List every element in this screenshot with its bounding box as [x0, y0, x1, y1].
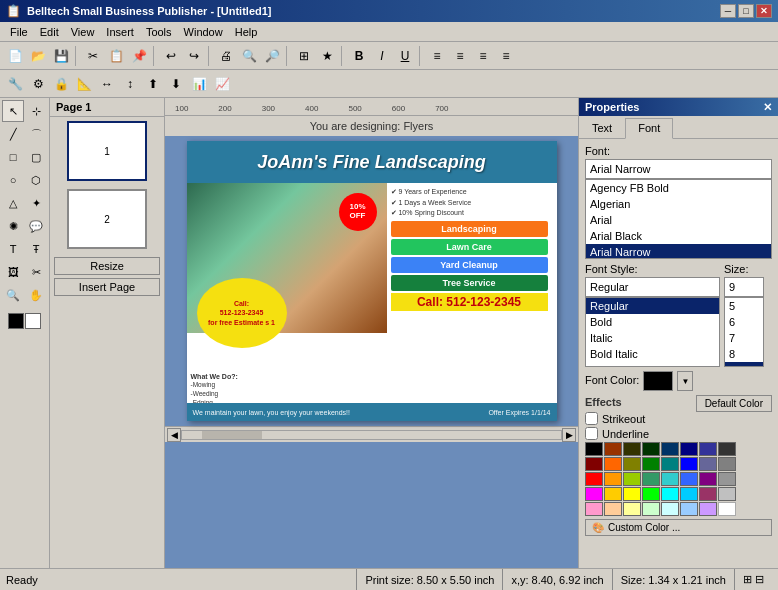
- scroll-left-btn[interactable]: ◀: [167, 428, 181, 442]
- size-input[interactable]: [724, 277, 764, 297]
- new-button[interactable]: 📄: [4, 45, 26, 67]
- swatch-light-gray[interactable]: [718, 472, 736, 486]
- custom-color-button[interactable]: 🎨 Custom Color ...: [585, 519, 772, 536]
- style-bold-italic[interactable]: Bold Italic: [586, 346, 719, 362]
- swatch-green[interactable]: [642, 457, 660, 471]
- redo-button[interactable]: ↪: [183, 45, 205, 67]
- scroll-right-btn[interactable]: ▶: [562, 428, 576, 442]
- page-thumb-2[interactable]: 2: [67, 189, 147, 249]
- menu-insert[interactable]: Insert: [100, 24, 140, 40]
- image-tool[interactable]: 🖼: [2, 261, 24, 283]
- swatch-lime[interactable]: [642, 487, 660, 501]
- swatch-cornflower[interactable]: [680, 472, 698, 486]
- swatch-dark-green[interactable]: [642, 442, 660, 456]
- tb2-btn4[interactable]: 📐: [73, 73, 95, 95]
- menu-edit[interactable]: Edit: [34, 24, 65, 40]
- swatch-light-green[interactable]: [642, 502, 660, 516]
- tb2-btn6[interactable]: ↕: [119, 73, 141, 95]
- cut-button[interactable]: ✂: [82, 45, 104, 67]
- swatch-amber[interactable]: [604, 472, 622, 486]
- font-item-arial[interactable]: Arial: [586, 212, 771, 228]
- font-item-agency[interactable]: Agency FB Bold: [586, 180, 771, 196]
- size-6[interactable]: 6: [725, 314, 763, 330]
- font-item-arial-black[interactable]: Arial Black: [586, 228, 771, 244]
- tb2-btn3[interactable]: 🔒: [50, 73, 72, 95]
- swatch-yellow-green[interactable]: [623, 472, 641, 486]
- star-tool[interactable]: ✦: [25, 192, 47, 214]
- page-thumb-1[interactable]: 1: [67, 121, 147, 181]
- size-7[interactable]: 7: [725, 330, 763, 346]
- rect-tool[interactable]: □: [2, 146, 24, 168]
- swatch-very-dark-gray[interactable]: [718, 442, 736, 456]
- align-center-button[interactable]: ≡: [449, 45, 471, 67]
- swatch-pink[interactable]: [585, 502, 603, 516]
- triangle-tool[interactable]: △: [2, 192, 24, 214]
- open-button[interactable]: 📂: [27, 45, 49, 67]
- print-button[interactable]: 🖨: [215, 45, 237, 67]
- swatch-slate[interactable]: [699, 457, 717, 471]
- curve-tool[interactable]: ⌒: [25, 123, 47, 145]
- swatch-blue[interactable]: [680, 457, 698, 471]
- size-9[interactable]: 9: [725, 362, 763, 367]
- burst-tool[interactable]: ✺: [2, 215, 24, 237]
- stroke-color-btn[interactable]: [25, 313, 41, 329]
- font-item-algerian[interactable]: Algerian: [586, 196, 771, 212]
- align-justify-button[interactable]: ≡: [495, 45, 517, 67]
- swatch-dark-indigo[interactable]: [699, 442, 717, 456]
- swatch-magenta[interactable]: [585, 487, 603, 501]
- swatch-purple[interactable]: [699, 472, 717, 486]
- callout-tool[interactable]: 💬: [25, 215, 47, 237]
- close-button[interactable]: ✕: [756, 4, 772, 18]
- swatch-peach[interactable]: [604, 502, 622, 516]
- menu-file[interactable]: File: [4, 24, 34, 40]
- tb2-btn2[interactable]: ⚙: [27, 73, 49, 95]
- tb2-btn8[interactable]: ⬇: [165, 73, 187, 95]
- insert-page-button[interactable]: Insert Page: [54, 278, 160, 296]
- size-5[interactable]: 5: [725, 298, 763, 314]
- strikeout-checkbox[interactable]: [585, 412, 598, 425]
- tb2-btn10[interactable]: 📈: [211, 73, 233, 95]
- swatch-lavender[interactable]: [699, 502, 717, 516]
- swatch-red[interactable]: [585, 472, 603, 486]
- swatch-gray[interactable]: [718, 457, 736, 471]
- swatch-orange[interactable]: [604, 457, 622, 471]
- align-left-button[interactable]: ≡: [426, 45, 448, 67]
- style-regular[interactable]: Regular: [586, 298, 719, 314]
- swatch-navy[interactable]: [680, 442, 698, 456]
- scrollbar-thumb[interactable]: [202, 431, 262, 439]
- star-button[interactable]: ★: [316, 45, 338, 67]
- swatch-gold[interactable]: [604, 487, 622, 501]
- ellipse-tool[interactable]: ○: [2, 169, 24, 191]
- props-close-button[interactable]: ✕: [763, 101, 772, 114]
- underline-checkbox[interactable]: [585, 427, 598, 440]
- paste-button[interactable]: 📌: [128, 45, 150, 67]
- font-item-arial-narrow[interactable]: Arial Narrow: [586, 244, 771, 259]
- fill-color-btn[interactable]: [8, 313, 24, 329]
- tb2-btn5[interactable]: ↔: [96, 73, 118, 95]
- undo-button[interactable]: ↩: [160, 45, 182, 67]
- tab-text[interactable]: Text: [579, 118, 625, 138]
- flyer-canvas[interactable]: JoAnn's Fine Landscaping 10% OFF Call:: [187, 141, 557, 421]
- copy-button[interactable]: 📋: [105, 45, 127, 67]
- hand-tool[interactable]: ✋: [25, 284, 47, 306]
- node-tool[interactable]: ⊹: [25, 100, 47, 122]
- maximize-button[interactable]: □: [738, 4, 754, 18]
- swatch-light-cyan[interactable]: [661, 502, 679, 516]
- grid-button[interactable]: ⊞: [293, 45, 315, 67]
- size-list[interactable]: 5 6 7 8 9: [724, 297, 764, 367]
- underline-button[interactable]: U: [394, 45, 416, 67]
- swatch-olive[interactable]: [623, 457, 641, 471]
- style-list[interactable]: Regular Bold Italic Bold Italic: [585, 297, 720, 367]
- swatch-teal[interactable]: [661, 457, 679, 471]
- swatch-dark-olive[interactable]: [623, 442, 641, 456]
- linked-text-tool[interactable]: Ŧ: [25, 238, 47, 260]
- menu-view[interactable]: View: [65, 24, 101, 40]
- swatch-light-blue[interactable]: [680, 502, 698, 516]
- swatch-cyan[interactable]: [661, 472, 679, 486]
- swatch-white[interactable]: [718, 502, 736, 516]
- font-list[interactable]: Agency FB Bold Algerian Arial Arial Blac…: [585, 179, 772, 259]
- font-input[interactable]: [585, 159, 772, 179]
- line-tool[interactable]: ╱: [2, 123, 24, 145]
- polygon-tool[interactable]: ⬡: [25, 169, 47, 191]
- menu-tools[interactable]: Tools: [140, 24, 178, 40]
